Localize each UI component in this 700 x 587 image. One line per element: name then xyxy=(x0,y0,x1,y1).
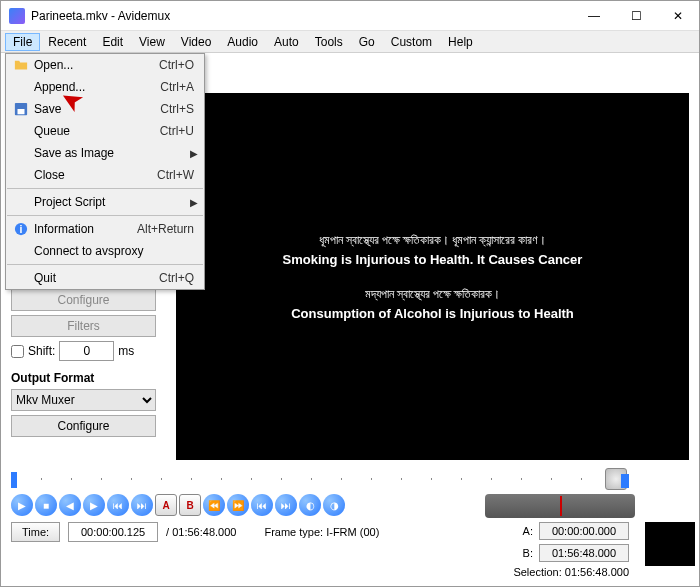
shift-checkbox[interactable] xyxy=(11,345,24,358)
minimize-button[interactable]: — xyxy=(573,1,615,31)
time-button[interactable]: Time: xyxy=(11,522,60,542)
goto-a-button[interactable]: ⏮ xyxy=(251,494,273,516)
save-icon xyxy=(12,101,30,117)
transport-controls: ▶ ■ ◀ ▶ ⏮ ⏭ A B ⏪ ⏩ ⏮ ⏭ ◐ ◑ xyxy=(11,494,411,516)
menu-separator xyxy=(7,264,203,265)
menu-recent[interactable]: Recent xyxy=(40,33,94,51)
menu-audio[interactable]: Audio xyxy=(219,33,266,51)
jog-wheel[interactable] xyxy=(485,494,635,518)
menu-custom[interactable]: Custom xyxy=(383,33,440,51)
b-marker-value xyxy=(539,544,629,562)
menu-item-information[interactable]: i Information Alt+Return xyxy=(6,218,204,240)
audio-configure-button[interactable]: Configure xyxy=(11,289,156,311)
goto-start-button[interactable]: ⏪ xyxy=(203,494,225,516)
window-title: Parineeta.mkv - Avidemux xyxy=(31,9,573,23)
timeline[interactable] xyxy=(11,470,689,492)
next-black-button[interactable]: ◑ xyxy=(323,494,345,516)
folder-open-icon xyxy=(12,57,30,73)
menu-edit[interactable]: Edit xyxy=(94,33,131,51)
titlebar: Parineeta.mkv - Avidemux — ☐ ✕ xyxy=(1,1,699,31)
menu-item-avsproxy[interactable]: Connect to avsproxy xyxy=(6,240,204,262)
set-a-marker-button[interactable]: A xyxy=(155,494,177,516)
subtitle-en-1: Smoking is Injurious to Health. It Cause… xyxy=(283,252,583,267)
next-frame-button[interactable]: ▶ xyxy=(83,494,105,516)
info-icon: i xyxy=(12,221,30,237)
shift-value-input[interactable] xyxy=(59,341,114,361)
menu-auto[interactable]: Auto xyxy=(266,33,307,51)
time-input[interactable] xyxy=(68,522,158,542)
next-keyframe-button[interactable]: ⏭ xyxy=(131,494,153,516)
audio-filters-button[interactable]: Filters xyxy=(11,315,156,337)
preview-thumb xyxy=(645,522,695,566)
b-marker-label: B: xyxy=(519,547,533,559)
video-preview: ধূমপান স্বাস্থ্যের পক্ষে ক্ষতিকারক। ধূমপ… xyxy=(176,93,689,460)
menu-item-save-as-image[interactable]: Save as Image ▶ xyxy=(6,142,204,164)
shift-unit: ms xyxy=(118,344,134,358)
chevron-right-icon: ▶ xyxy=(190,197,198,208)
menu-video[interactable]: Video xyxy=(173,33,219,51)
app-icon xyxy=(9,8,25,24)
output-configure-button[interactable]: Configure xyxy=(11,415,156,437)
prev-keyframe-button[interactable]: ⏮ xyxy=(107,494,129,516)
selection-label: Selection: 01:56:48.000 xyxy=(513,566,629,578)
play-button[interactable]: ▶ xyxy=(11,494,33,516)
menu-file[interactable]: File xyxy=(5,33,40,51)
prev-frame-button[interactable]: ◀ xyxy=(59,494,81,516)
close-button[interactable]: ✕ xyxy=(657,1,699,31)
shift-label: Shift: xyxy=(28,344,55,358)
menu-item-close[interactable]: Close Ctrl+W xyxy=(6,164,204,186)
menu-separator xyxy=(7,215,203,216)
duration-label: / 01:56:48.000 xyxy=(166,526,236,538)
maximize-button[interactable]: ☐ xyxy=(615,1,657,31)
output-format-label: Output Format xyxy=(11,371,166,385)
menu-tools[interactable]: Tools xyxy=(307,33,351,51)
goto-b-button[interactable]: ⏭ xyxy=(275,494,297,516)
menu-item-quit[interactable]: Quit Ctrl+Q xyxy=(6,267,204,289)
timeline-track xyxy=(11,478,599,480)
menu-item-queue[interactable]: Queue Ctrl+U xyxy=(6,120,204,142)
subtitle-en-2: Consumption of Alcohol is Injurious to H… xyxy=(291,306,574,321)
subtitle-bn-1: ধূমপান স্বাস্থ্যের পক্ষে ক্ষতিকারক। ধূমপ… xyxy=(283,233,583,248)
chevron-right-icon: ▶ xyxy=(190,148,198,159)
menubar: File Recent Edit View Video Audio Auto T… xyxy=(1,31,699,53)
menu-item-open[interactable]: Open... Ctrl+O xyxy=(6,54,204,76)
file-menu-dropdown: Open... Ctrl+O Append... Ctrl+A Save Ctr… xyxy=(5,53,205,290)
bottom-panel: ▶ ■ ◀ ▶ ⏮ ⏭ A B ⏪ ⏩ ⏮ ⏭ ◐ ◑ Time: / 01:5… xyxy=(1,466,699,586)
menu-separator xyxy=(7,188,203,189)
menu-item-project-script[interactable]: Project Script ▶ xyxy=(6,191,204,213)
a-marker-label: A: xyxy=(519,525,533,537)
timeline-end-marker[interactable] xyxy=(621,474,629,488)
menu-view[interactable]: View xyxy=(131,33,173,51)
frame-type-label: Frame type: I-FRM (00) xyxy=(264,526,379,538)
stop-button[interactable]: ■ xyxy=(35,494,57,516)
menu-item-save[interactable]: Save Ctrl+S xyxy=(6,98,204,120)
timeline-cursor[interactable] xyxy=(11,472,17,488)
subtitle-bn-2: মদ্যপান স্বাস্থ্যের পক্ষে ক্ষতিকারক। xyxy=(291,287,574,302)
jog-center-icon xyxy=(560,496,562,516)
a-marker-value xyxy=(539,522,629,540)
output-format-select[interactable]: Mkv Muxer xyxy=(11,389,156,411)
svg-rect-1 xyxy=(18,109,25,114)
goto-end-button[interactable]: ⏩ xyxy=(227,494,249,516)
menu-help[interactable]: Help xyxy=(440,33,481,51)
svg-text:i: i xyxy=(20,223,23,235)
set-b-marker-button[interactable]: B xyxy=(179,494,201,516)
menu-item-append[interactable]: Append... Ctrl+A xyxy=(6,76,204,98)
prev-black-button[interactable]: ◐ xyxy=(299,494,321,516)
menu-go[interactable]: Go xyxy=(351,33,383,51)
